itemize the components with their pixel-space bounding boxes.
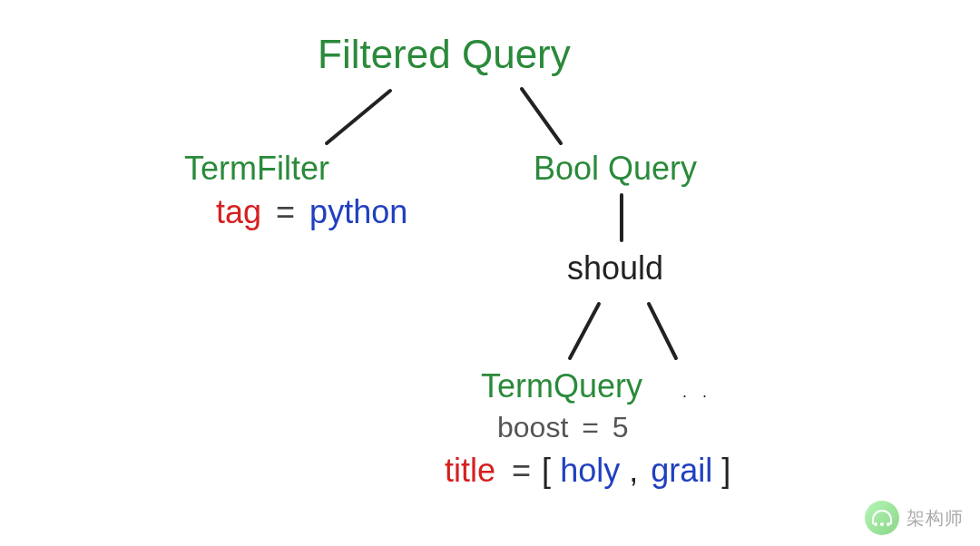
watermark-text: 架构师 <box>906 506 964 531</box>
node-title-expr: title = [ holy , grail ] <box>445 452 730 490</box>
should-label: should <box>567 249 663 287</box>
title-comma: , <box>629 452 638 489</box>
node-termquery: TermQuery <box>481 367 642 405</box>
node-termfilter-expr: tag = python <box>216 193 407 231</box>
root-label: Filtered Query <box>318 32 571 76</box>
title-arr-close: ] <box>721 452 730 489</box>
title-val2: grail <box>651 452 712 489</box>
termfilter-field: tag <box>216 193 261 230</box>
termfilter-equals: = <box>276 193 295 230</box>
node-boost-expr: boost = 5 <box>497 411 629 444</box>
title-field: title <box>445 452 495 489</box>
termfilter-label: TermFilter <box>184 150 329 187</box>
node-termfilter: TermFilter <box>184 150 329 188</box>
title-val1: holy <box>560 452 620 489</box>
title-arr-open: [ <box>542 452 551 489</box>
termfilter-value: python <box>309 193 407 230</box>
boolquery-label: Bool Query <box>534 150 697 187</box>
watermark-logo-icon <box>865 501 899 535</box>
boost-key: boost <box>497 411 568 444</box>
root-filtered-query: Filtered Query <box>318 32 571 77</box>
termquery-label: TermQuery <box>481 367 642 405</box>
boost-equals: = <box>582 411 599 444</box>
ellipsis-text: . . <box>682 383 712 401</box>
node-boolquery: Bool Query <box>534 150 697 188</box>
node-should: should <box>567 249 663 288</box>
ellipsis-node: . . <box>682 383 712 402</box>
boost-value: 5 <box>612 411 629 444</box>
watermark: 架构师 <box>865 501 964 535</box>
title-equals: = <box>512 452 531 489</box>
